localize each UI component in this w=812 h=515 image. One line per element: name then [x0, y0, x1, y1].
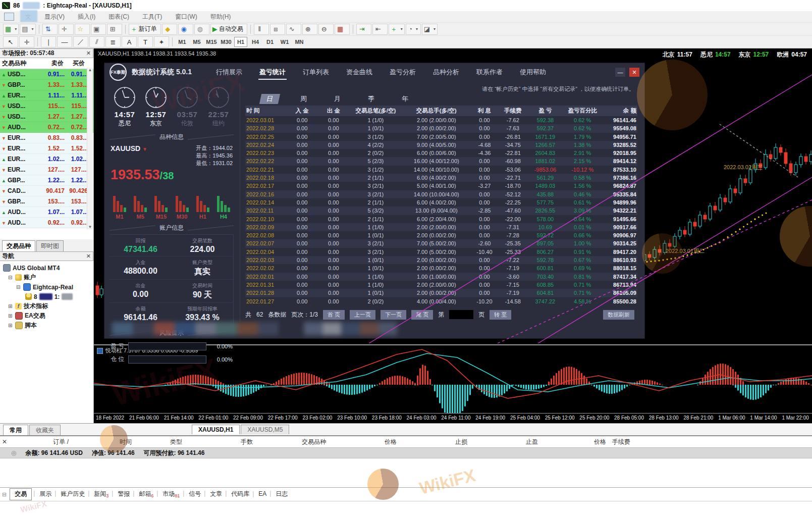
- toolbar-button[interactable]: ☆: [75, 24, 90, 35]
- market-watch-row[interactable]: EUR... 1.11... 1.11...: [0, 90, 93, 101]
- pagination-button[interactable]: 尾 页: [411, 310, 433, 320]
- market-watch-row[interactable]: GBP... 1.22... 1.22...: [0, 175, 93, 186]
- expand-icon[interactable]: ⊞: [8, 313, 13, 319]
- timeframe-button[interactable]: M1: [176, 37, 189, 47]
- toolbar-button[interactable]: ⧈: [270, 24, 285, 35]
- price-chart-area[interactable]: XAUUSD,H1 1938.14 1938.31 1933.54 1935.3…: [94, 48, 812, 423]
- close-icon[interactable]: ✕: [86, 253, 91, 260]
- drawing-tool-button[interactable]: T: [138, 36, 153, 47]
- orders-column-header[interactable]: 止盈: [470, 438, 541, 446]
- pagination-button[interactable]: 上一页: [350, 310, 375, 320]
- market-watch-row[interactable]: GBP... 153.... 153....: [0, 196, 93, 207]
- pagination-button[interactable]: 首 页: [323, 310, 345, 320]
- drawing-tool-button[interactable]: ⫽: [89, 36, 104, 47]
- terminal-tab[interactable]: 文章: [205, 489, 227, 499]
- dialog-tab[interactable]: 联系作者: [475, 64, 504, 81]
- goto-page-input[interactable]: [449, 310, 473, 319]
- nav-root[interactable]: AUS Global MT4: [3, 263, 93, 273]
- period-tab[interactable]: 年: [396, 94, 414, 104]
- close-icon[interactable]: ✕: [86, 50, 91, 57]
- collapse-icon[interactable]: ⊟: [16, 284, 21, 290]
- toolbar-button[interactable]: ⊖: [318, 24, 334, 35]
- drawing-tool-button[interactable]: ／: [73, 36, 88, 47]
- toolbar-button[interactable]: ▶ 自动交易: [210, 24, 247, 35]
- toolbar-button[interactable]: ▦ ▾: [3, 24, 19, 35]
- period-tab[interactable]: 日: [259, 94, 280, 104]
- orders-column-header[interactable]: 价格: [541, 438, 609, 446]
- terminal-tab[interactable]: 新闻3: [89, 489, 113, 499]
- market-watch-row[interactable]: USD... 115.... 115....: [0, 101, 93, 112]
- timeframe-button[interactable]: H1: [234, 37, 247, 47]
- nav-experts[interactable]: ⊞ EA交易: [3, 311, 93, 321]
- expand-icon[interactable]: ⊞: [8, 303, 13, 309]
- pagination-button[interactable]: 下一页: [381, 310, 406, 320]
- toolbar-button[interactable]: ⇥: [356, 24, 371, 35]
- goto-button[interactable]: 转 至: [490, 310, 511, 320]
- period-tab[interactable]: 周: [294, 94, 313, 104]
- terminal-tab[interactable]: 代码库: [227, 489, 254, 499]
- menu-item[interactable]: 图表(C): [109, 13, 129, 21]
- favorites-tab[interactable]: 收藏夹: [29, 425, 61, 436]
- market-watch-tab[interactable]: 交易品种: [2, 240, 35, 251]
- terminal-tab[interactable]: 账户历史: [56, 489, 89, 499]
- drawing-tool-button[interactable]: ✛: [19, 36, 34, 47]
- toolbar-button[interactable]: ⇅: [42, 24, 58, 35]
- dialog-tab[interactable]: 订单列表: [302, 64, 330, 81]
- timeframe-button[interactable]: M30: [220, 37, 233, 47]
- market-watch-row[interactable]: USD... 0.91... 0.91...: [0, 69, 93, 80]
- terminal-tab[interactable]: 邮箱6: [134, 489, 158, 499]
- terminal-tab[interactable]: 信号: [184, 489, 205, 499]
- timeframe-button[interactable]: MN: [293, 37, 306, 47]
- symbol-selector[interactable]: XAUUSD ▼: [111, 144, 147, 152]
- toolbar-button[interactable]: ＋ ▾: [389, 24, 405, 35]
- close-button[interactable]: ✕: [629, 68, 639, 77]
- nav-broker[interactable]: ⊟ Eightcap-Real: [3, 282, 93, 292]
- toolbar-button[interactable]: ▣: [91, 24, 106, 35]
- dialog-tab[interactable]: 盈亏统计: [258, 64, 287, 81]
- timeframe-button[interactable]: D1: [263, 37, 277, 47]
- toolbar-button[interactable]: ◪ ▾: [422, 24, 438, 35]
- market-watch-row[interactable]: GBP... 1.33... 1.33...: [0, 80, 93, 90]
- timeframe-button[interactable]: H4: [249, 37, 262, 47]
- market-watch-tab[interactable]: 即时图: [36, 240, 64, 251]
- toolbar-button[interactable]: ▦: [335, 24, 350, 35]
- nav-accounts[interactable]: ⊟ 账户: [3, 273, 93, 282]
- toolbar-button[interactable]: ⊕: [302, 24, 317, 35]
- toolbar-button[interactable]: ⊞: [107, 24, 122, 35]
- period-tab[interactable]: 月: [328, 94, 347, 104]
- dialog-tab[interactable]: 品种分析: [432, 64, 460, 81]
- orders-column-header[interactable]: 类型: [135, 438, 185, 446]
- orders-column-header[interactable]: 时间: [72, 438, 135, 446]
- timeframe-button[interactable]: W1: [278, 37, 291, 47]
- toolbar-button[interactable]: ◆: [162, 24, 177, 35]
- expand-icon[interactable]: ⊞: [8, 323, 13, 328]
- market-watch-row[interactable]: EUR... 127.... 127....: [0, 165, 93, 175]
- market-watch-row[interactable]: EUR... 1.02... 1.02...: [0, 154, 93, 165]
- collapse-icon[interactable]: ⊟: [8, 275, 13, 280]
- refresh-data-button[interactable]: 数据刷新: [603, 310, 634, 320]
- drawing-tool-button[interactable]: ↖: [3, 36, 18, 47]
- drawing-tool-button[interactable]: —: [57, 36, 72, 47]
- nav-scripts[interactable]: ⊞ 脚本: [3, 321, 93, 330]
- toolbar-button[interactable]: ◍: [194, 24, 209, 35]
- market-watch-row[interactable]: AUD... 0.92... 0.92...: [0, 218, 93, 228]
- orders-column-header[interactable]: 手续费: [609, 438, 633, 446]
- toolbar-button[interactable]: ▤ ▾: [20, 24, 35, 35]
- close-icon[interactable]: ✕: [2, 438, 7, 445]
- market-watch-row[interactable]: AUD... 0.72... 0.72...: [0, 122, 93, 133]
- orders-column-header[interactable]: 价格: [329, 438, 400, 446]
- dialog-tab[interactable]: 资金曲线: [345, 64, 373, 81]
- drawing-tool-button[interactable]: ✦: [154, 36, 169, 47]
- toolbar-button[interactable]: ⫴: [254, 24, 269, 35]
- timeframe-button[interactable]: M5: [190, 37, 203, 47]
- menu-item[interactable]: 工具(T): [142, 13, 162, 21]
- terminal-tab[interactable]: EA: [254, 489, 271, 499]
- toolbar-button[interactable]: ⇤: [372, 24, 388, 35]
- nav-account-number[interactable]: 8 1:: [3, 292, 93, 301]
- orders-column-header[interactable]: 交易品种: [256, 438, 329, 446]
- toolbar-button[interactable]: ◉: [178, 24, 193, 35]
- period-tab[interactable]: 季: [362, 94, 381, 104]
- orders-column-header[interactable]: 止损: [400, 438, 470, 446]
- timeframe-button[interactable]: M15: [205, 37, 218, 47]
- drawing-tool-button[interactable]: ∣: [41, 36, 56, 47]
